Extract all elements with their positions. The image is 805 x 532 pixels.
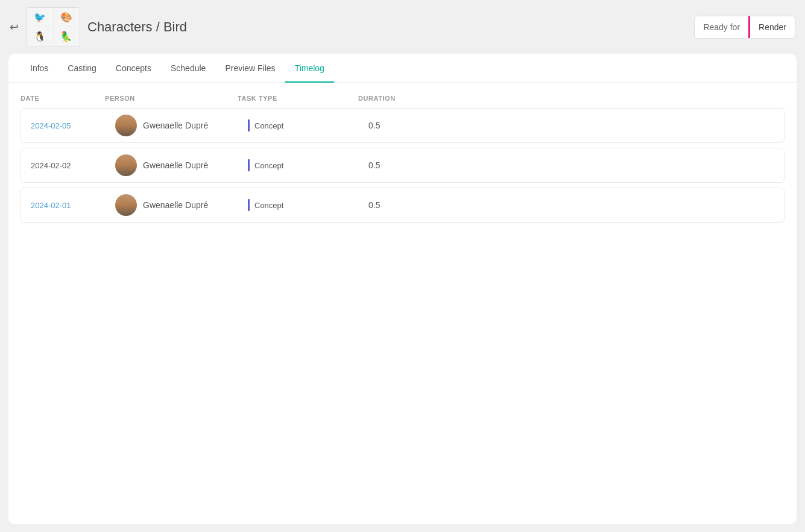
entity-thumbnail[interactable]: 🐦 🎨 🐧 🦜	[26, 7, 80, 46]
date-cell: 2024-02-02	[21, 155, 106, 176]
task-type-label: Concept	[254, 121, 283, 130]
thumb-cell-3: 🐧	[27, 27, 53, 46]
task-cell: Concept	[238, 153, 359, 177]
table-row: 2024-02-02 Gwenaelle Dupré Concept 0.5	[21, 148, 784, 183]
tabs-bar: Infos Casting Concepts Schedule Preview …	[8, 54, 797, 83]
task-cell: Concept	[238, 113, 359, 138]
status-label: Ready for	[695, 17, 748, 37]
thumb-cell-4: 🦜	[54, 27, 80, 46]
person-name: Gwenaelle Dupré	[143, 121, 208, 130]
duration-cell: 0.5	[359, 194, 784, 216]
top-bar: ↩ 🐦 🎨 🐧 🦜 Characters / Bird Ready for Re…	[0, 0, 805, 54]
avatar-image	[115, 154, 137, 176]
avatar	[115, 115, 137, 136]
duration-cell: 0.5	[359, 115, 784, 136]
tab-schedule[interactable]: Schedule	[161, 54, 215, 83]
main-card: Infos Casting Concepts Schedule Preview …	[8, 54, 797, 524]
avatar-image	[115, 194, 137, 216]
col-header-duration: DURATION	[358, 95, 784, 102]
table-row: 2024-02-01 Gwenaelle Dupré Concept 0.5	[21, 188, 784, 223]
table-header: DATE PERSON TASK TYPE DURATION	[21, 89, 784, 108]
avatar	[115, 194, 137, 216]
avatar-image	[115, 115, 137, 136]
task-type-label: Concept	[254, 201, 283, 210]
person-cell: Gwenaelle Dupré	[106, 188, 238, 222]
thumb-cell-2: 🎨	[54, 8, 80, 27]
tab-concepts[interactable]: Concepts	[106, 54, 161, 83]
person-name: Gwenaelle Dupré	[143, 160, 208, 170]
date-cell[interactable]: 2024-02-01	[21, 195, 106, 216]
task-type-label: Concept	[254, 161, 283, 170]
table-row: 2024-02-05 Gwenaelle Dupré Concept 0.5	[21, 108, 784, 143]
thumb-cell-1: 🐦	[27, 8, 53, 27]
timelog-table: DATE PERSON TASK TYPE DURATION 2024-02-0…	[8, 83, 797, 233]
avatar	[115, 154, 137, 176]
tab-infos[interactable]: Infos	[21, 54, 58, 83]
col-header-date: DATE	[21, 95, 105, 102]
col-header-person: PERSON	[105, 95, 238, 102]
task-type-bar	[248, 119, 250, 131]
person-cell: Gwenaelle Dupré	[106, 148, 238, 182]
task-cell: Concept	[238, 193, 359, 217]
task-type-bar	[248, 159, 250, 171]
person-cell: Gwenaelle Dupré	[106, 109, 238, 142]
tab-preview-files[interactable]: Preview Files	[215, 54, 285, 83]
date-cell[interactable]: 2024-02-05	[21, 115, 106, 136]
duration-cell: 0.5	[359, 154, 784, 176]
tab-casting[interactable]: Casting	[58, 54, 106, 83]
col-header-task-type: TASK TYPE	[238, 95, 358, 102]
tab-timelog[interactable]: Timelog	[285, 54, 334, 83]
page-title: Characters / Bird	[87, 19, 687, 35]
status-area: Ready for Render	[694, 16, 795, 39]
back-button[interactable]: ↩	[10, 21, 19, 34]
task-type-bar	[248, 199, 250, 211]
status-value[interactable]: Render	[750, 17, 795, 37]
person-name: Gwenaelle Dupré	[143, 200, 208, 210]
